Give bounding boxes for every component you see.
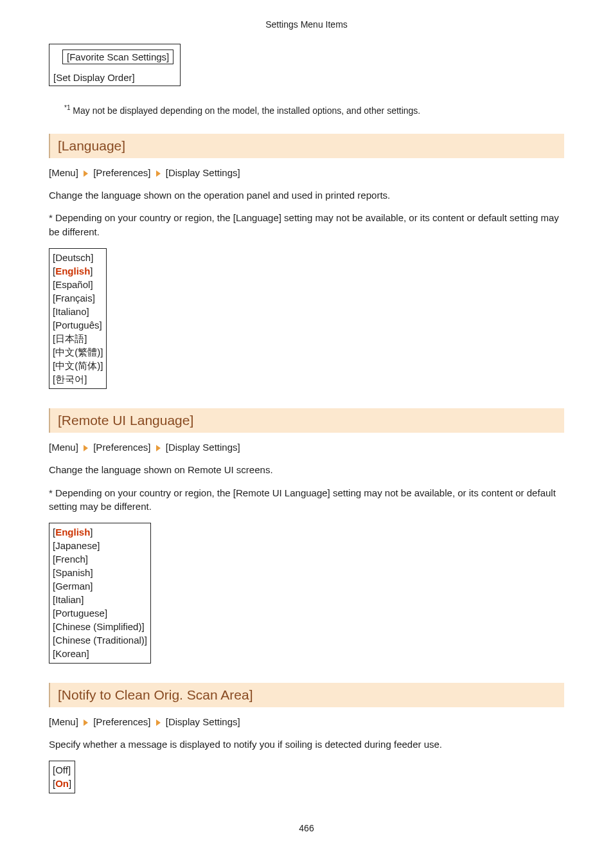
- list-item: [Japanese]: [53, 539, 147, 552]
- favorite-scan-settings-label: [Favorite Scan Settings]: [67, 51, 169, 62]
- page-number: 466: [0, 823, 613, 833]
- list-item: [中文(繁體)]: [53, 345, 103, 359]
- breadcrumb: [Menu] [Preferences] [Display Settings]: [49, 716, 564, 727]
- list-item: [Italiano]: [53, 305, 103, 318]
- list-item: [On]: [53, 777, 71, 790]
- list-item: [Italian]: [53, 593, 147, 606]
- footnote: *1 May not be displayed depending on the…: [64, 104, 564, 116]
- list-item: [Português]: [53, 318, 103, 332]
- remote-description: Change the language shown on Remote UI s…: [49, 463, 564, 477]
- list-item: [Español]: [53, 278, 103, 291]
- list-item: [Chinese (Traditional)]: [53, 633, 147, 647]
- chevron-right-icon: [156, 170, 161, 177]
- crumb-menu: [Menu]: [49, 442, 78, 453]
- crumb-display-settings: [Display Settings]: [166, 167, 240, 178]
- crumb-display-settings: [Display Settings]: [166, 716, 240, 727]
- list-item: [English]: [53, 264, 103, 278]
- list-item: [Deutsch]: [53, 251, 103, 264]
- list-item: [Portuguese]: [53, 606, 147, 620]
- section-title-notify-clean: [Notify to Clean Orig. Scan Area]: [49, 683, 564, 707]
- crumb-display-settings: [Display Settings]: [166, 442, 240, 453]
- breadcrumb: [Menu] [Preferences] [Display Settings]: [49, 442, 564, 453]
- crumb-preferences: [Preferences]: [93, 716, 150, 727]
- list-item: [Français]: [53, 291, 103, 305]
- chevron-right-icon: [156, 719, 161, 726]
- list-item: [English]: [53, 525, 147, 539]
- page-header: Settings Menu Items: [49, 19, 564, 30]
- breadcrumb: [Menu] [Preferences] [Display Settings]: [49, 167, 564, 178]
- notify-description: Specify whether a message is displayed t…: [49, 737, 564, 752]
- set-display-order-label: [Set Display Order]: [53, 72, 135, 83]
- language-options-box: [Deutsch][English][Español][Français][It…: [49, 248, 107, 389]
- language-note: * Depending on your country or region, t…: [49, 211, 564, 239]
- chevron-right-icon: [156, 445, 161, 451]
- chevron-right-icon: [84, 445, 88, 451]
- list-item: [中文(简体)]: [53, 359, 103, 372]
- crumb-menu: [Menu]: [49, 167, 78, 178]
- chevron-right-icon: [84, 170, 88, 177]
- list-item: [한국어]: [53, 372, 103, 386]
- list-item: [Korean]: [53, 647, 147, 660]
- chevron-right-icon: [84, 719, 88, 726]
- notify-options-box: [Off][On]: [49, 761, 75, 793]
- crumb-menu: [Menu]: [49, 716, 78, 727]
- favorite-scan-settings-box: [Favorite Scan Settings]: [62, 50, 173, 64]
- remote-options-box: [English][Japanese][French][Spanish][Ger…: [49, 523, 151, 664]
- section-title-language: [Language]: [49, 134, 564, 158]
- list-item: [Spanish]: [53, 566, 147, 579]
- list-item: [日本語]: [53, 332, 103, 345]
- crumb-preferences: [Preferences]: [93, 167, 150, 178]
- section-title-remote-ui-language: [Remote UI Language]: [49, 408, 564, 433]
- crumb-preferences: [Preferences]: [93, 442, 150, 453]
- set-display-order-box: [Favorite Scan Settings] [Set Display Or…: [49, 44, 181, 86]
- list-item: [German]: [53, 579, 147, 593]
- list-item: [French]: [53, 552, 147, 566]
- remote-note: * Depending on your country or region, t…: [49, 486, 564, 514]
- footnote-text: May not be displayed depending on the mo…: [70, 105, 420, 116]
- list-item: [Off]: [53, 763, 71, 777]
- list-item: [Chinese (Simplified)]: [53, 620, 147, 633]
- language-description: Change the language shown on the operati…: [49, 188, 564, 203]
